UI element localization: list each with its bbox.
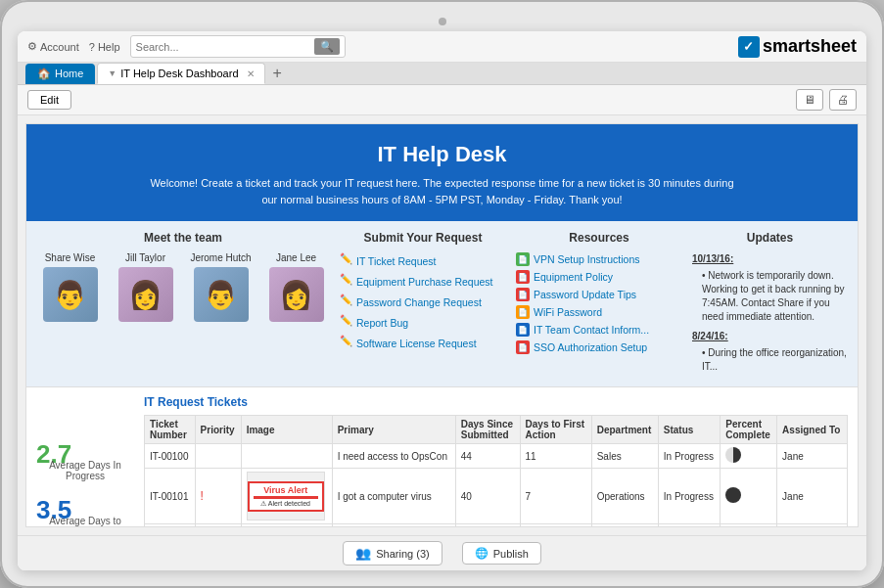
logo-text: smartsheet — [763, 36, 857, 57]
resource-icon-equip: 📄 — [516, 270, 530, 284]
update-date-2: 8/24/16: — [692, 330, 848, 343]
tickets-section: IT Request Tickets TicketNumber Priority… — [144, 395, 848, 527]
resource-item-1[interactable]: 📄 VPN Setup Instructions — [516, 252, 682, 266]
link-icon-sw: ✏️ — [340, 335, 352, 347]
stat-avg-days-assign: 3.5 Average Days to Assign — [36, 495, 134, 528]
logo: ✓ smartsheet — [738, 36, 857, 58]
resources-section: Resources 📄 VPN Setup Instructions 📄 Equ… — [516, 231, 682, 377]
search-input[interactable] — [136, 41, 314, 53]
progress-half-icon — [725, 447, 741, 463]
link-icon-bug: ✏️ — [340, 314, 352, 327]
account-link[interactable]: ⚙ Account — [27, 40, 79, 53]
stat-label-assign: Average Days to Assign — [36, 516, 134, 528]
team-member-share: Share Wise 👨 — [36, 252, 104, 322]
link-bug[interactable]: ✏️Report Bug — [340, 314, 506, 331]
table-row: IT-00100 I need access to OpsCon 44 11 S… — [145, 444, 848, 469]
sharing-button[interactable]: 👥 Sharing (3) — [343, 541, 442, 565]
update-bullet-1: • Network is temporarily down. Working t… — [702, 269, 848, 324]
cell-status-3 — [658, 524, 721, 528]
avatar-jerome: 👨 — [194, 267, 249, 322]
resource-item-2[interactable]: 📄 Equipment Policy — [516, 270, 682, 284]
link-password[interactable]: ✏️Password Change Request — [340, 294, 506, 310]
search-button[interactable]: 🔍 — [314, 38, 340, 55]
resource-item-6[interactable]: 📄 SSO Authorization Setup — [516, 340, 682, 354]
publish-icon: 🌐 — [475, 547, 489, 560]
ticket-image: Virus Alert ⚠ Alert detected — [247, 472, 325, 520]
cell-primary-2: I got a computer virus — [332, 469, 455, 524]
table-header-row: TicketNumber Priority Image Primary Days… — [145, 416, 848, 444]
col-header-status: Status — [658, 416, 721, 444]
top-nav-bar: ⚙ Account ? Help 🔍 ✓ smartsheet — [18, 31, 866, 63]
stat-label-progress: Average Days In Progress — [36, 460, 134, 481]
update-date-1: 10/13/16: — [692, 252, 848, 266]
progress-full-icon — [725, 487, 741, 503]
publish-button[interactable]: 🌐 Publish — [462, 542, 541, 565]
team-section-title: Meet the team — [36, 231, 330, 245]
submit-links: ✏️IT Ticket Request ✏️Equipment Purchase… — [340, 252, 506, 351]
dashboard-body: IT Help Desk Welcome! Create a ticket an… — [25, 123, 859, 527]
tickets-table: TicketNumber Priority Image Primary Days… — [144, 415, 848, 527]
team-member-jill: Jill Taylor 👩 — [112, 252, 179, 322]
resource-icon-it-contact: 📄 — [516, 323, 530, 337]
logo-check-icon: ✓ — [738, 36, 760, 58]
col-header-ticket-number: TicketNumber — [145, 416, 196, 444]
cell-ticket-id-1: IT-00100 — [145, 444, 196, 469]
search-bar: 🔍 — [130, 35, 346, 58]
stats-section: 2.7 Average Days In Progress 3.5 Average… — [36, 395, 134, 527]
add-tab-button[interactable]: + — [267, 63, 288, 84]
lower-area: 2.7 Average Days In Progress 3.5 Average… — [26, 387, 858, 527]
col-header-priority: Priority — [195, 416, 241, 444]
update-bullet-2: • During the office reorganization, IT..… — [702, 346, 848, 374]
link-software[interactable]: ✏️Software License Request — [340, 335, 506, 351]
cell-dept-1: Sales — [591, 444, 658, 469]
updates-section-title: Updates — [692, 231, 848, 245]
link-it-ticket[interactable]: ✏️IT Ticket Request — [340, 252, 506, 269]
help-link[interactable]: ? Help — [89, 41, 120, 53]
resource-item-4[interactable]: 📄 WiFi Password — [516, 305, 682, 319]
cell-image-3 — [241, 524, 332, 528]
tab-close-icon[interactable]: ✕ — [247, 68, 255, 79]
edit-button[interactable]: Edit — [27, 90, 71, 110]
print-icon-button[interactable]: 🖨 — [829, 89, 857, 111]
cell-assigned-2: Jane — [777, 469, 848, 524]
col-header-assigned: Assigned To — [777, 416, 848, 444]
submit-section: Submit Your Request ✏️IT Ticket Request … — [340, 231, 506, 377]
tab-home[interactable]: 🏠 Home — [25, 64, 95, 84]
link-equipment[interactable]: ✏️Equipment Purchase Request — [340, 273, 506, 290]
col-header-image: Image — [241, 416, 332, 444]
hero-banner: IT Help Desk Welcome! Create a ticket an… — [26, 124, 858, 221]
hero-title: IT Help Desk — [46, 142, 838, 167]
team-members: Share Wise 👨 Jill Taylor 👩 — [36, 252, 330, 322]
resource-icon-vpn: 📄 — [516, 252, 530, 266]
main-content: Edit 🖥 🖨 IT Help Desk Welcome! Create a … — [18, 85, 866, 570]
sharing-icon: 👥 — [355, 546, 371, 561]
avatar-share: 👨 — [43, 267, 98, 322]
cell-days-sub-1: 44 — [455, 444, 520, 469]
cell-image-2: Virus Alert ⚠ Alert detected — [241, 469, 332, 524]
col-header-department: Department — [591, 416, 658, 444]
cell-assigned-3 — [777, 524, 848, 528]
member-name-share: Share Wise — [36, 252, 104, 263]
tab-bar: 🏠 Home ▼ IT Help Desk Dashboard ✕ + — [18, 63, 866, 85]
monitor-icon-button[interactable]: 🖥 — [796, 89, 823, 111]
cell-days-sub-3 — [455, 524, 520, 528]
cell-percent-2 — [721, 469, 777, 524]
tickets-section-title: IT Request Tickets — [144, 395, 848, 409]
tab-dropdown-icon: ▼ — [108, 68, 116, 78]
member-name-jerome: Jerome Hutch — [187, 252, 255, 263]
updates-section: Updates 10/13/16: • Network is temporari… — [692, 231, 848, 377]
resource-item-5[interactable]: 📄 IT Team Contact Inform... — [516, 323, 682, 337]
tab-it-help-desk[interactable]: ▼ IT Help Desk Dashboard ✕ — [97, 63, 264, 84]
resource-icon-wifi: 📄 — [516, 305, 530, 319]
cell-percent-3 — [721, 524, 777, 528]
virus-alert: Virus Alert ⚠ Alert detected — [248, 481, 324, 512]
team-section: Meet the team Share Wise 👨 Jill Taylor — [36, 231, 330, 377]
resource-item-3[interactable]: 📄 Password Update Tips — [516, 288, 682, 301]
updates-content: 10/13/16: • Network is temporarily down.… — [692, 252, 848, 374]
browser-window: ⚙ Account ? Help 🔍 ✓ smartsheet 🏠 Home — [18, 31, 866, 570]
resource-icon-sso: 📄 — [516, 340, 530, 354]
bottom-bar: 👥 Sharing (3) 🌐 Publish — [18, 535, 866, 570]
cell-assigned-1: Jane — [777, 444, 848, 469]
table-row: IT-00101 ! Virus Alert ⚠ Alert detected — [145, 469, 848, 524]
cell-dept-2: Operations — [591, 469, 658, 524]
